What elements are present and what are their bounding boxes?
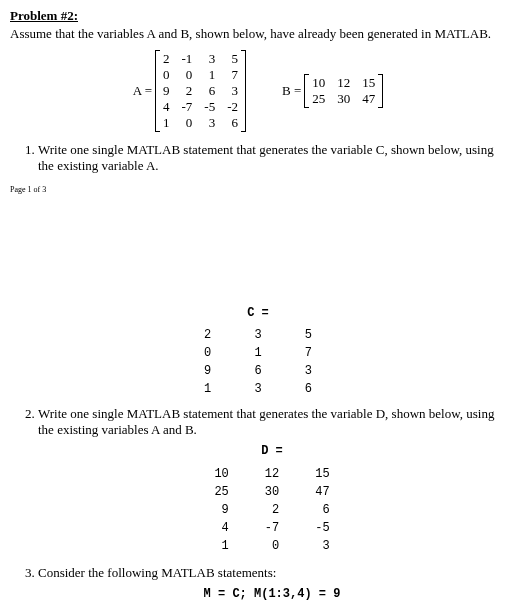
cell: -2 — [221, 99, 244, 115]
cell: 30 — [331, 91, 356, 107]
matrix-C-values: 2 3 5 0 1 7 9 6 3 1 3 6 — [10, 326, 506, 398]
cell: -5 — [198, 99, 221, 115]
cell: 15 — [356, 75, 381, 91]
cell: 9 — [157, 83, 176, 99]
cell: 25 — [306, 91, 331, 107]
cell: 2 — [157, 51, 176, 67]
cell: -7 — [175, 99, 198, 115]
cell: 47 — [356, 91, 381, 107]
cell: 6 — [198, 83, 221, 99]
cell: 4 — [157, 99, 176, 115]
matlab-statement: M = C; M(1:3,4) = 9 — [38, 587, 506, 602]
cell: 1 — [157, 115, 176, 131]
matrix-B-label: B = — [282, 83, 301, 99]
matrix-A-label: A = — [133, 83, 152, 99]
matrix-B-table: 101215 253047 — [306, 75, 381, 107]
cell: 3 — [198, 115, 221, 131]
matrix-A-table: 2-135 0017 9263 4-7-5-2 1036 — [157, 51, 244, 131]
cell: 7 — [221, 67, 244, 83]
question-3: Consider the following MATLAB statements… — [38, 565, 506, 612]
matrix-A-bracket: 2-135 0017 9263 4-7-5-2 1036 — [155, 50, 246, 132]
cell: 0 — [175, 115, 198, 131]
matrices-row: A = 2-135 0017 9263 4-7-5-2 1036 B = 101… — [10, 50, 506, 132]
cell: 6 — [221, 115, 244, 131]
cell: 0 — [175, 67, 198, 83]
question-2-text: Write one single MATLAB statement that g… — [38, 406, 494, 437]
question-2: Write one single MATLAB statement that g… — [38, 406, 506, 556]
cell: 0 — [157, 67, 176, 83]
matrix-A: A = 2-135 0017 9263 4-7-5-2 1036 — [133, 50, 246, 132]
matrix-D-label: D = — [38, 444, 506, 459]
cell: 3 — [221, 83, 244, 99]
cell: 1 — [198, 67, 221, 83]
cell: 12 — [331, 75, 356, 91]
page-number: Page 1 of 3 — [10, 185, 506, 194]
matrix-D-values: 10 12 15 25 30 47 9 2 6 4 -7 -5 1 0 3 — [38, 465, 506, 555]
question-3-lead: Consider the following MATLAB statements… — [38, 565, 276, 580]
matrix-B: B = 101215 253047 — [282, 74, 383, 108]
problem-intro: Assume that the variables A and B, shown… — [10, 26, 506, 42]
cell: 2 — [175, 83, 198, 99]
matrix-B-bracket: 101215 253047 — [304, 74, 383, 108]
question-1: Write one single MATLAB statement that g… — [38, 142, 506, 175]
cell: -1 — [175, 51, 198, 67]
cell: 5 — [221, 51, 244, 67]
problem-title: Problem #2: — [10, 8, 506, 24]
cell: 3 — [198, 51, 221, 67]
matrix-C-label: C = — [10, 306, 506, 320]
cell: 10 — [306, 75, 331, 91]
